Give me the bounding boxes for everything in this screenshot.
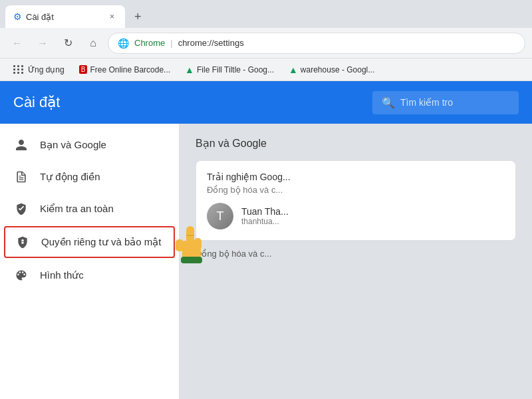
bookmark-apps[interactable]: Ứng dụng [7, 62, 70, 77]
user-avatar: T [207, 203, 233, 229]
new-tab-button[interactable]: + [128, 6, 148, 28]
address-secure-text: Chrome [134, 38, 165, 48]
user-row: T Tuan Tha... thanhtua... [207, 203, 505, 229]
card-subtitle: Đồng bộ hóa và c... [207, 185, 505, 195]
tab-bar: ⚙ Cài đặt × + [0, 0, 532, 28]
sidebar-label-hinh-thuc: Hình thức [40, 269, 84, 281]
secure-icon: 🌐 [118, 38, 129, 49]
palette-icon [13, 267, 29, 283]
sidebar-label-ban-va-google: Bạn và Google [40, 139, 106, 151]
settings-header: Cài đặt 🔍 [0, 81, 532, 124]
settings-body: Bạn và Google Tự động điền Kiểm tra an t… [0, 124, 532, 399]
bookmark-barcode[interactable]: B Free Online Barcode... [74, 63, 176, 76]
user-info: Tuan Tha... thanhtua... [241, 206, 289, 226]
reload-button[interactable]: ↻ [57, 33, 78, 54]
search-icon: 🔍 [382, 96, 395, 109]
document-icon [13, 169, 29, 185]
bookmark-file-fill[interactable]: ▲ File Fill Tiltle - Goog... [180, 63, 279, 77]
bookmarks-bar: Ứng dụng B Free Online Barcode... ▲ File… [0, 59, 532, 81]
back-button[interactable]: ← [7, 33, 28, 54]
google-experience-card[interactable]: Trải nghiệm Goog... Đồng bộ hóa và c... … [196, 160, 516, 241]
avatar-text: T [217, 209, 224, 223]
page-content: Cài đặt 🔍 Bạn và Google [0, 81, 532, 399]
tab-title: Cài đặt [26, 12, 103, 22]
bookmark-warehouse-label: warehouse - Googl... [301, 65, 374, 74]
bookmark-warehouse[interactable]: ▲ warehouse - Googl... [283, 63, 380, 77]
card-title: Trải nghiệm Goog... [207, 172, 505, 182]
search-input[interactable] [400, 97, 507, 108]
search-box[interactable]: 🔍 [372, 91, 519, 114]
main-content: Bạn và Google Trải nghiệm Goog... Đồng b… [180, 124, 532, 399]
address-url: chrome://settings [178, 38, 244, 48]
tab-close-button[interactable]: × [107, 11, 117, 23]
drive-icon-1: ▲ [185, 65, 194, 75]
browser-frame: ⚙ Cài đặt × + ← → ↻ ⌂ 🌐 Chrome | chrome:… [0, 0, 532, 399]
sidebar-item-ban-va-google[interactable]: Bạn và Google [0, 129, 179, 161]
sidebar-label-quyen-rieng-tu: Quyền riêng tư và bảo mật [41, 236, 161, 248]
settings-page-title: Cài đặt [13, 94, 60, 111]
bookmark-file-fill-label: File Fill Tiltle - Goog... [197, 65, 274, 74]
apps-grid-icon [12, 64, 25, 75]
forward-button[interactable]: → [32, 33, 53, 54]
address-separator: | [170, 38, 172, 48]
active-tab[interactable]: ⚙ Cài đặt × [5, 5, 125, 28]
sidebar-item-kiem-tra-an-toan[interactable]: Kiểm tra an toàn [0, 193, 179, 225]
barcode-icon: B [79, 65, 88, 74]
sidebar: Bạn và Google Tự động điền Kiểm tra an t… [0, 124, 180, 399]
toolbar: ← → ↻ ⌂ 🌐 Chrome | chrome://settings [0, 28, 532, 59]
sidebar-label-tu-dong-dien: Tự động điền [40, 171, 100, 183]
user-email: thanhtua... [241, 217, 289, 226]
bookmark-apps-label: Ứng dụng [28, 65, 65, 74]
tab-favicon: ⚙ [13, 11, 22, 22]
sidebar-item-quyen-rieng-tu[interactable]: Quyền riêng tư và bảo mật [4, 226, 175, 258]
home-button[interactable]: ⌂ [82, 33, 104, 54]
sync-label: Đồng bộ hóa và c... [196, 249, 516, 259]
bookmark-barcode-label: Free Online Barcode... [90, 65, 170, 74]
drive-icon-2: ▲ [289, 65, 298, 75]
person-icon [13, 137, 29, 153]
shield-check-icon [13, 201, 29, 217]
shield-lock-icon [15, 234, 31, 250]
sidebar-label-kiem-tra-an-toan: Kiểm tra an toàn [40, 203, 114, 215]
sidebar-item-hinh-thuc[interactable]: Hình thức [0, 259, 179, 291]
sidebar-item-tu-dong-dien[interactable]: Tự động điền [0, 161, 179, 193]
address-bar[interactable]: 🌐 Chrome | chrome://settings [108, 33, 525, 54]
user-name: Tuan Tha... [241, 206, 289, 217]
section-title: Bạn và Google [196, 137, 516, 150]
